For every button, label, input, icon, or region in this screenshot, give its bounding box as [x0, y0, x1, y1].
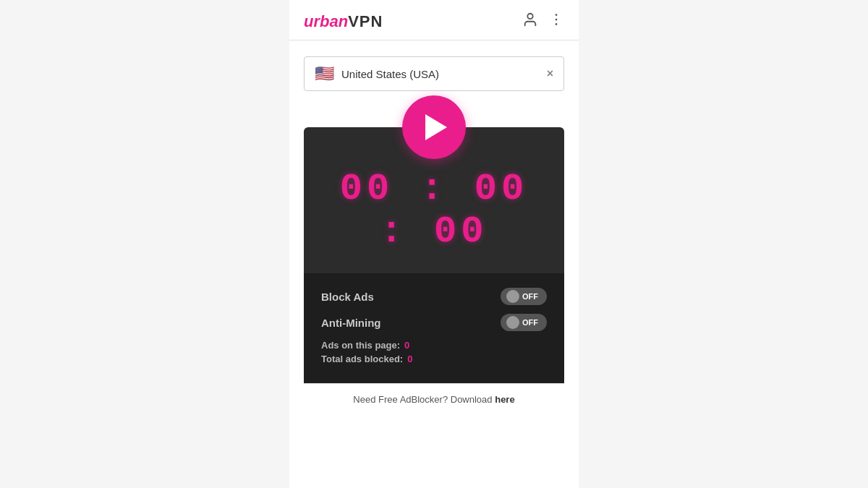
- play-icon: [425, 114, 447, 140]
- svg-point-2: [556, 19, 558, 21]
- menu-icon[interactable]: [548, 12, 564, 31]
- ads-on-page-value: 0: [404, 340, 409, 351]
- svg-point-0: [527, 14, 532, 19]
- main-card-wrapper: 00 : 00 : 00 Block Ads OFF Anti-Mining O…: [304, 127, 564, 383]
- country-flag: 🇺🇸: [315, 64, 334, 83]
- footer-link[interactable]: here: [495, 394, 514, 405]
- footer-text: Need Free AdBlocker? Download: [353, 394, 495, 405]
- anti-mining-knob: [506, 316, 519, 329]
- ads-on-page-label: Ads on this page:: [321, 340, 400, 351]
- country-close-button[interactable]: ×: [547, 67, 553, 80]
- logo: urbanVPN: [304, 12, 383, 31]
- block-ads-label: Block Ads: [321, 291, 374, 303]
- header: urbanVPN: [289, 0, 579, 40]
- stats-section: Ads on this page: 0 Total ads blocked: 0: [321, 340, 547, 364]
- country-name: United States (USA): [341, 68, 439, 80]
- logo-vpn: VPN: [348, 12, 383, 30]
- logo-urban: urban: [304, 12, 348, 30]
- timer-display: 00 : 00 : 00: [318, 168, 550, 253]
- connect-button[interactable]: [402, 95, 466, 159]
- anti-mining-label: Anti-Mining: [321, 317, 380, 329]
- block-ads-state: OFF: [522, 292, 541, 301]
- country-selector[interactable]: 🇺🇸 United States (USA) ×: [304, 56, 564, 91]
- svg-point-3: [556, 23, 558, 25]
- user-icon[interactable]: [522, 12, 538, 31]
- total-ads-row: Total ads blocked: 0: [321, 354, 547, 364]
- country-left: 🇺🇸 United States (USA): [315, 64, 439, 83]
- anti-mining-toggle[interactable]: OFF: [501, 314, 547, 331]
- anti-mining-state: OFF: [522, 318, 541, 327]
- svg-point-1: [556, 14, 558, 16]
- footer: Need Free AdBlocker? Download here: [304, 383, 564, 415]
- header-icons: [522, 12, 564, 31]
- total-ads-label: Total ads blocked:: [321, 354, 403, 364]
- block-ads-toggle[interactable]: OFF: [501, 288, 547, 305]
- anti-mining-row: Anti-Mining OFF: [321, 314, 547, 331]
- controls-card: Block Ads OFF Anti-Mining OFF Ads on thi…: [304, 273, 564, 383]
- block-ads-knob: [506, 290, 519, 303]
- ads-on-page-row: Ads on this page: 0: [321, 340, 547, 351]
- app-container: urbanVPN 🇺🇸 United States (USA): [289, 0, 579, 488]
- total-ads-value: 0: [407, 354, 412, 364]
- block-ads-row: Block Ads OFF: [321, 288, 547, 305]
